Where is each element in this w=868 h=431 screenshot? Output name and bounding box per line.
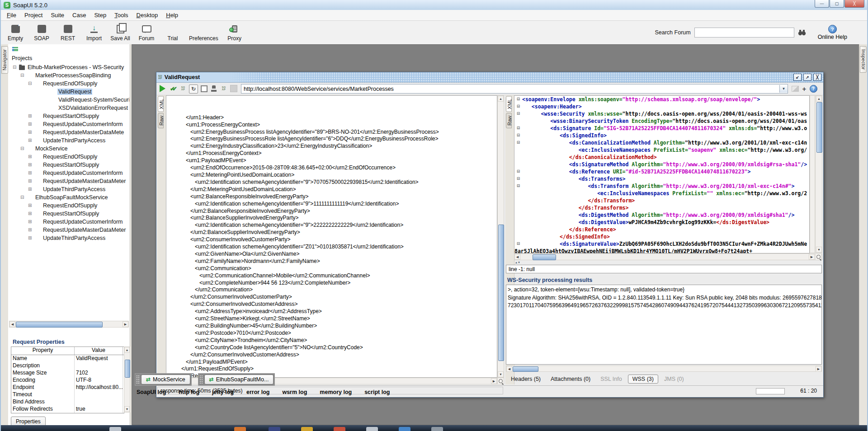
- fold-marker-icon[interactable]: ⊟: [514, 175, 522, 183]
- tree-expander-icon[interactable]: ⊞: [28, 187, 34, 192]
- fold-marker-icon[interactable]: [514, 219, 522, 226]
- tree-item[interactable]: ⊟ MockService: [8, 145, 129, 153]
- editor-view-tab[interactable]: XML: [158, 96, 164, 112]
- tree-item[interactable]: ⊟ ElhubSoapFaultMockService: [8, 193, 129, 201]
- menu-item[interactable]: Step: [90, 11, 110, 19]
- tree-expander-icon[interactable]: ⊟: [20, 195, 26, 200]
- tree-expander-icon[interactable]: ⊞: [28, 179, 34, 183]
- tree-expander-icon[interactable]: ⊞: [28, 155, 34, 159]
- tree-item[interactable]: ⊞ RequestEndOfSupply: [8, 153, 129, 161]
- column-header[interactable]: Value: [75, 347, 123, 355]
- toolbar-button[interactable]: Trial: [163, 23, 183, 42]
- menu-item[interactable]: Project: [20, 11, 47, 19]
- tree-expander-icon[interactable]: ⊞: [28, 138, 34, 143]
- menu-item[interactable]: Tools: [110, 11, 132, 19]
- drag-grip[interactable]: [136, 375, 140, 384]
- toolbar-button[interactable]: Empty: [5, 23, 25, 42]
- tree-expander-icon[interactable]: ⊞: [28, 228, 34, 232]
- toolbar-button[interactable]: Preferences: [189, 23, 218, 42]
- response-inspector-tab[interactable]: SSL Info: [596, 375, 626, 383]
- log-tab[interactable]: jetty log: [212, 389, 234, 395]
- taskbar-item[interactable]: [301, 427, 313, 431]
- tree-expander-icon[interactable]: ⊞: [28, 171, 34, 175]
- fold-marker-icon[interactable]: ⊟: [514, 240, 522, 248]
- windows-taskbar[interactable]: [1, 425, 867, 431]
- tree-item[interactable]: ⊞ RequestStartOfSupply: [8, 112, 129, 120]
- column-header[interactable]: Property: [11, 347, 75, 355]
- response-inspector-tab[interactable]: Attachments (0): [547, 375, 594, 383]
- editor-view-tab[interactable]: XML: [506, 96, 512, 112]
- fold-marker-icon[interactable]: ⊟: [514, 183, 522, 190]
- dump-file-icon[interactable]: [230, 84, 238, 93]
- log-tab[interactable]: http log: [179, 389, 199, 395]
- tree-expander-icon[interactable]: ⊞: [28, 114, 34, 118]
- property-row[interactable]: Follow Redirects true: [11, 406, 124, 413]
- response-vertical-scrollbar[interactable]: ▲ ▼: [815, 95, 822, 253]
- fold-marker-icon[interactable]: ⊟: [514, 139, 522, 146]
- splitter-handle[interactable]: ▲▼: [514, 261, 822, 264]
- tree-item[interactable]: ⊞ RequestEndOfSupply: [8, 201, 129, 210]
- properties-scrollbar[interactable]: ▲ ▼: [124, 347, 130, 412]
- toolbar-button[interactable]: Proxy: [225, 23, 245, 42]
- taskbar-item[interactable]: [334, 427, 345, 431]
- tree-expander-icon[interactable]: ⊞: [28, 220, 34, 224]
- property-row[interactable]: Message Size 7102: [11, 370, 124, 377]
- taskbar-item[interactable]: [399, 427, 410, 431]
- tree-expander-icon[interactable]: ⊟: [20, 73, 26, 78]
- tree-item[interactable]: ⊞ RequestUpdateCustomerInform: [8, 218, 129, 226]
- property-row[interactable]: Name ValidRequest: [11, 355, 124, 362]
- tree-item[interactable]: ⊞ RequestUpdateMasterDataMeter: [8, 226, 129, 234]
- fold-marker-icon[interactable]: [514, 117, 522, 125]
- tree-item[interactable]: ⊞ RequestUpdateCustomerInform: [8, 120, 129, 128]
- property-row[interactable]: Timeout: [11, 391, 124, 398]
- minimized-window-button[interactable]: ⇄ MockService: [141, 375, 190, 384]
- drag-grip[interactable]: [199, 375, 203, 384]
- taskbar-item[interactable]: [269, 427, 280, 431]
- online-help-button[interactable]: ? Online Help: [818, 25, 847, 40]
- tree-expander-icon[interactable]: ⊞: [28, 163, 34, 167]
- tree-item[interactable]: XSDValidationErrorRequest: [8, 104, 129, 112]
- property-row[interactable]: Bind Address: [11, 398, 124, 406]
- stamp-icon[interactable]: [210, 84, 218, 93]
- toolbar-button[interactable]: Save All: [110, 23, 130, 42]
- log-tab[interactable]: SoapUI log: [137, 389, 166, 395]
- inspector-tab[interactable]: Inspector: [860, 46, 867, 73]
- taskbar-item[interactable]: [366, 427, 378, 431]
- endpoint-combobox[interactable]: http://localhost:8080/WebService/service…: [241, 84, 788, 94]
- auto-refresh-toggle[interactable]: ↻: [189, 84, 198, 94]
- response-inspector-tab[interactable]: WSS (3): [628, 375, 658, 384]
- tree-item[interactable]: ⊞ UpdateThirdPartyAccess: [8, 234, 129, 242]
- tree-expander-icon[interactable]: ⊟: [13, 65, 19, 70]
- tree-item[interactable]: ⊞ RequestUpdateCustomerInform: [8, 169, 129, 177]
- tree-item[interactable]: ⊞ RequestStartOfSupply: [8, 161, 129, 169]
- tree-item[interactable]: ValidRequest: [8, 88, 129, 96]
- tree-item[interactable]: ⊟ Elhub-MarketProcesses - WS-Security: [8, 63, 129, 71]
- toolbar-button[interactable]: Import: [84, 23, 104, 42]
- response-inspector-tab[interactable]: Headers (5): [507, 375, 545, 383]
- log-tab[interactable]: script log: [364, 389, 390, 395]
- wss-results-log[interactable]: >, action=32, token-element=[wsu:Timesta…: [506, 285, 822, 365]
- request-window-titlebar[interactable]: SOAP ValidRequest ↙ ↗ ╳: [156, 72, 823, 83]
- tree-item[interactable]: ⊞ RequestStartOfSupply: [8, 210, 129, 218]
- properties-toggle-button[interactable]: Properties: [11, 417, 46, 426]
- binoculars-icon[interactable]: [798, 29, 806, 36]
- fold-marker-icon[interactable]: [514, 226, 522, 233]
- add-to-testcase-icon[interactable]: +: [800, 84, 808, 93]
- property-row[interactable]: Encoding UTF-8: [11, 377, 124, 384]
- tree-horizontal-scrollbar[interactable]: ◀ ▶: [9, 321, 129, 328]
- tree-item[interactable]: ⊟ RequestEndOfSupply: [8, 80, 129, 88]
- tree-expander-icon[interactable]: ⊞: [28, 236, 34, 240]
- fold-marker-icon[interactable]: ⊟: [514, 168, 522, 175]
- fold-marker-icon[interactable]: [514, 197, 522, 204]
- navigator-tab[interactable]: Navigator: [1, 46, 8, 74]
- menu-item[interactable]: Desktop: [132, 11, 162, 19]
- fold-marker-icon[interactable]: [514, 161, 522, 168]
- request-editor[interactable]: </urn1:Header> <urn1:ProcessEnergyContex…: [166, 95, 497, 378]
- fold-marker-icon[interactable]: ⊟: [514, 110, 522, 117]
- response-horizontal-scrollbar[interactable]: ◀ ▶: [514, 253, 822, 260]
- tree-item[interactable]: ⊞ UpdateThirdPartyAccess: [8, 185, 129, 193]
- property-row[interactable]: Description: [11, 362, 124, 370]
- cancel-request-button[interactable]: [200, 84, 208, 93]
- tree-item[interactable]: ⊟ MarketProcessesSoapBinding: [8, 71, 129, 80]
- response-editor[interactable]: ⊟ <soapenv:Envelope xmlns:soapenv="http:…: [514, 95, 810, 253]
